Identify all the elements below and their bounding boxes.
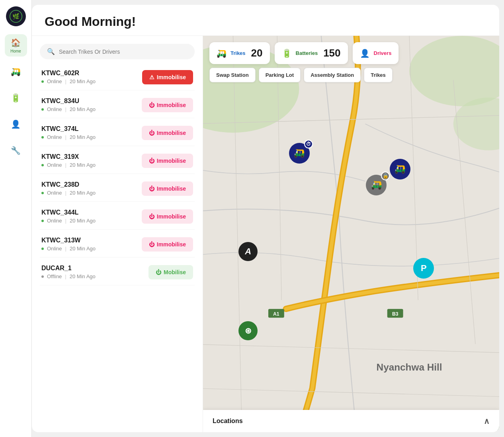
vehicle-item: KTWC_313W Online | 20 Min Ago ⏻ Immobili… (40, 231, 195, 258)
status-text: Online (47, 190, 62, 196)
map-filter-button[interactable]: Parking Lot (259, 68, 301, 82)
status-time: 20 Min Ago (70, 273, 96, 279)
status-text: Offline (47, 273, 62, 279)
status-separator: | (65, 273, 66, 279)
status-text: Online (47, 162, 62, 168)
vehicle-id: KTWC_602R (41, 70, 96, 77)
vehicle-id: KTWC_374L (41, 125, 96, 133)
vehicle-item: KTWC_344L Online | 20 Min Ago ⏻ Immobili… (40, 203, 195, 230)
locations-bar[interactable]: Locations ∧ (203, 410, 499, 432)
immobilise-button[interactable]: ⏻ Immobilise (142, 126, 193, 140)
driver-stat-icon: 👤 (360, 49, 370, 58)
sidebar-item-trikes[interactable]: 🛺 (5, 60, 27, 83)
power-icon: ⏻ (149, 130, 154, 136)
battery-stat-value: 150 (323, 47, 340, 59)
batteries-stat: 🔋 Batteries 150 (275, 42, 348, 64)
trike2-icon: 🛺 (395, 164, 405, 174)
immobilise-button[interactable]: ⚠ Immobilise (142, 70, 193, 84)
vehicle-id: KTWC_834U (41, 98, 96, 105)
chevron-up-icon: ∧ (484, 416, 490, 426)
locations-label: Locations (213, 417, 243, 425)
immobilise-button[interactable]: ⏻ Immobilise (142, 209, 193, 224)
immobilise-button[interactable]: ⏻ Immobilise (142, 181, 193, 196)
tools-icon: 🔧 (11, 146, 21, 155)
vehicle-status: Offline | 20 Min Ago (41, 273, 96, 279)
vehicle-list: KTWC_602R Online | 20 Min Ago ⚠ Immobili… (40, 64, 195, 285)
trike-stat-label: Trikes (231, 50, 246, 56)
map-filter-button[interactable]: Swap Station (209, 68, 256, 82)
immobilise-button[interactable]: ⏻ Immobilise (142, 154, 193, 168)
svg-text:A1: A1 (273, 311, 279, 317)
status-separator: | (65, 246, 66, 252)
status-text: Online (47, 218, 62, 224)
map-marker-trike2[interactable]: 🛺 (390, 159, 410, 179)
sidebar-item-home[interactable]: 🏠 Home (5, 34, 27, 57)
sidebar-item-label: Home (10, 49, 21, 53)
vehicle-status: Online | 20 Min Ago (41, 162, 96, 168)
vehicle-item: DUCAR_1 Offline | 20 Min Ago ⏻ Mobilise (40, 259, 195, 285)
battery-stat-icon: 🔋 (282, 49, 292, 58)
vehicle-item: KTWC_602R Online | 20 Min Ago ⚠ Immobili… (40, 64, 195, 90)
vehicle-item: KTWC_319X Online | 20 Min Ago ⏻ Immobili… (40, 148, 195, 174)
power-icon: ⏻ (149, 158, 154, 164)
power-icon: ⏻ (149, 102, 154, 108)
map-background: A1 B3 C17 Nyanchwa Hill Kisi-N... (203, 36, 499, 432)
vehicle-id: DUCAR_1 (41, 265, 96, 272)
drivers-stat: 👤 Drivers (353, 42, 399, 64)
sidebar-item-batteries[interactable]: 🔋 (5, 87, 27, 109)
trike-stat-value: 20 (251, 47, 263, 59)
vehicle-info: KTWC_344L Online | 20 Min Ago (41, 209, 96, 224)
home-icon: 🏠 (11, 38, 21, 47)
status-separator: | (65, 218, 66, 224)
power-icon: ⏻ (149, 185, 154, 192)
map-marker-trike3[interactable]: 🛺 🔒 (366, 175, 387, 195)
map-marker-parking[interactable]: P (413, 258, 434, 279)
parking-icon: P (421, 263, 427, 273)
sidebar-item-drivers[interactable]: 👤 (5, 113, 27, 135)
vehicle-info: DUCAR_1 Offline | 20 Min Ago (41, 265, 96, 279)
warning-icon: ⚠ (149, 74, 154, 80)
vehicle-id: KTWC_319X (41, 153, 96, 160)
driver-icon: 👤 (11, 119, 21, 129)
trikes-stat: 🛺 Trikes 20 (209, 42, 270, 64)
map-marker-assembly[interactable]: A (238, 242, 258, 261)
power-icon: ⏻ (149, 241, 154, 248)
vehicle-info: KTWC_602R Online | 20 Min Ago (41, 70, 96, 84)
trike1-badge: ⏱ (304, 140, 313, 148)
power-icon: ⏻ (156, 269, 161, 275)
main-content: Good Morning! 🔍 KTWC_602R Online | 20 Mi… (32, 5, 499, 432)
vehicle-status: Online | 20 Min Ago (41, 218, 96, 224)
mobilise-button[interactable]: ⏻ Mobilise (148, 265, 193, 279)
driver-stat-label: Drivers (374, 50, 392, 56)
status-time: 20 Min Ago (70, 134, 96, 140)
immobilise-button[interactable]: ⏻ Immobilise (142, 98, 193, 112)
search-box[interactable]: 🔍 (40, 44, 195, 59)
vehicle-info: KTWC_238D Online | 20 Min Ago (41, 181, 96, 196)
status-text: Online (47, 134, 62, 140)
swap-icon: ⊛ (245, 326, 252, 336)
trike1-icon: 🛺 (294, 148, 305, 158)
svg-text:🌿: 🌿 (12, 13, 20, 20)
vehicle-status: Online | 20 Min Ago (41, 190, 96, 196)
status-text: Online (47, 246, 62, 252)
immobilise-button[interactable]: ⏻ Immobilise (142, 237, 193, 252)
vehicle-status: Online | 20 Min Ago (41, 78, 96, 84)
battery-stat-label: Batteries (296, 50, 318, 56)
battery-icon: 🔋 (11, 93, 21, 103)
search-input[interactable] (59, 49, 188, 55)
vehicle-info: KTWC_313W Online | 20 Min Ago (41, 237, 96, 252)
left-panel: 🔍 KTWC_602R Online | 20 Min Ago ⚠ Immobi… (32, 36, 203, 432)
page-title: Good Morning! (45, 14, 486, 29)
vehicle-item: KTWC_834U Online | 20 Min Ago ⏻ Immobili… (40, 92, 195, 118)
status-time: 20 Min Ago (70, 218, 96, 224)
power-icon: ⏻ (149, 213, 154, 220)
map-stats: 🛺 Trikes 20 🔋 Batteries 150 👤 Drivers (209, 42, 399, 64)
sidebar: 🌿 🏠 Home 🛺 🔋 👤 🔧 (0, 0, 32, 437)
vehicle-item: KTWC_374L Online | 20 Min Ago ⏻ Immobili… (40, 120, 195, 146)
map-marker-trike1[interactable]: 🛺 ⏱ (289, 143, 310, 164)
map-filter-button[interactable]: Trikes (364, 68, 393, 82)
vehicle-id: KTWC_238D (41, 181, 96, 188)
map-filter-button[interactable]: Assembly Station (304, 68, 361, 82)
sidebar-item-tools[interactable]: 🔧 (5, 139, 27, 162)
vehicle-id: KTWC_313W (41, 237, 96, 244)
